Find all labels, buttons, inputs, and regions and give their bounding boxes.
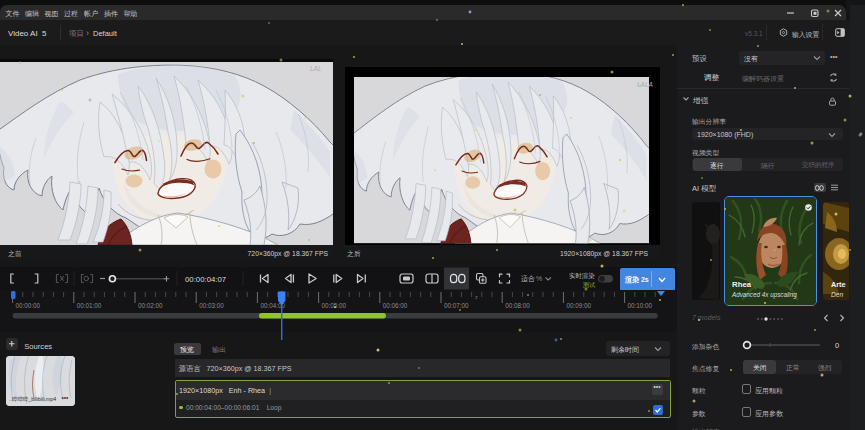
svg-text:00:09:00: 00:09:00 (566, 302, 591, 309)
svg-text:00:07:00: 00:07:00 (444, 302, 469, 309)
svg-text:00:00:00: 00:00:00 (16, 302, 41, 309)
svg-text:之后: 之后 (347, 250, 361, 258)
svg-text:LAL: LAL (310, 65, 322, 72)
svg-text:00:06:00: 00:06:00 (383, 302, 408, 309)
svg-text:1920×1080px @ 18.367 FPS: 1920×1080px @ 18.367 FPS (560, 250, 648, 258)
svg-text:00:00:04:07: 00:00:04:07 (185, 275, 226, 284)
svg-text:z: z (475, 294, 478, 300)
svg-text:720×360px @ 18.367 FPS: 720×360px @ 18.367 FPS (248, 250, 329, 258)
svg-text:%: % (536, 275, 542, 282)
svg-text:00:02:00: 00:02:00 (138, 302, 163, 309)
svg-text:适合: 适合 (521, 275, 535, 283)
svg-text:00:03:00: 00:03:00 (199, 302, 224, 309)
svg-text:0: 0 (835, 341, 839, 350)
svg-text:之前: 之前 (8, 250, 22, 258)
svg-text:00:10:00: 00:10:00 (628, 302, 653, 309)
svg-text:测试: 测试 (582, 281, 595, 288)
svg-text:LALA: LALA (637, 81, 653, 88)
svg-text:00:08:00: 00:08:00 (505, 302, 530, 309)
svg-text:实时渲染: 实时渲染 (569, 272, 595, 280)
svg-text:00:01:00: 00:01:00 (77, 302, 102, 309)
svg-text:00:05:00: 00:05:00 (322, 302, 347, 309)
